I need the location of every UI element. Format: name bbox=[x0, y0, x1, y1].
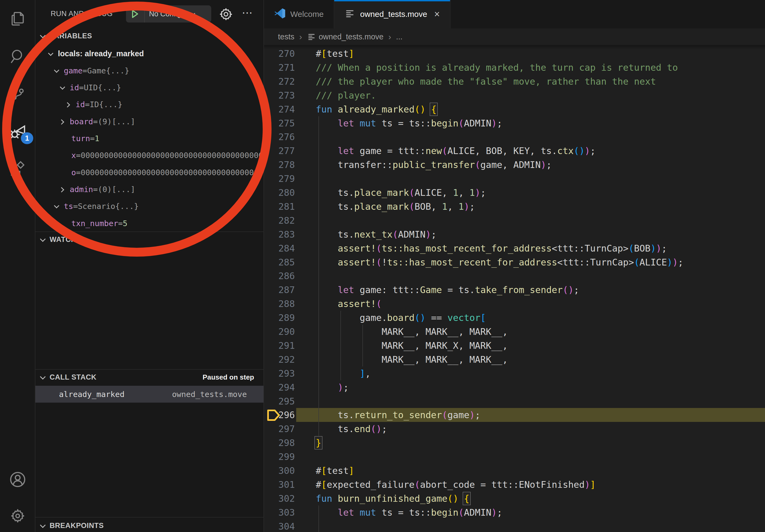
variable-row[interactable]: x = 000000000000000000000000000000000000… bbox=[35, 147, 264, 164]
line-number[interactable]: 300 bbox=[264, 464, 295, 478]
breakpoints-section-header[interactable]: BREAKPOINTS bbox=[35, 518, 264, 532]
line-number[interactable]: 301 bbox=[264, 478, 295, 492]
line-number[interactable]: 282 bbox=[264, 213, 295, 227]
variable-row[interactable]: board = (9)[...] bbox=[35, 113, 264, 130]
code-line-301[interactable]: 301#[expected_failure(abort_code = ttt::… bbox=[264, 478, 765, 492]
variable-row[interactable]: id = UID{...} bbox=[35, 79, 264, 96]
tab-owned-tests-move[interactable]: owned_tests.move× bbox=[334, 0, 450, 28]
debug-settings-gear-icon[interactable] bbox=[217, 6, 235, 23]
variable-row[interactable]: ts = Scenario{...} bbox=[35, 198, 264, 215]
line-number[interactable]: 278 bbox=[264, 158, 295, 172]
settings-icon[interactable] bbox=[0, 500, 35, 532]
breadcrumb-item[interactable]: owned_tests.move bbox=[319, 32, 383, 41]
variable-row[interactable]: admin = (0)[...] bbox=[35, 181, 264, 198]
variable-row[interactable]: txn_number = 5 bbox=[35, 215, 264, 232]
breadcrumb-item[interactable]: tests bbox=[278, 32, 294, 41]
line-number[interactable]: 304 bbox=[264, 519, 295, 532]
breadcrumb-item[interactable]: ... bbox=[396, 32, 402, 41]
code-line-281[interactable]: 281 ts.place_mark(BOB, 1, 1); bbox=[264, 199, 765, 213]
line-number[interactable]: 293 bbox=[264, 367, 295, 381]
code-line-300[interactable]: 300#[test] bbox=[264, 464, 765, 478]
code-line-299[interactable]: 299 bbox=[264, 450, 765, 464]
line-number[interactable]: 271 bbox=[264, 61, 295, 75]
line-number[interactable]: 296 bbox=[264, 408, 295, 422]
code-line-273[interactable]: 273/// player. bbox=[264, 89, 765, 102]
code-line-278[interactable]: 278 transfer::public_transfer(game, ADMI… bbox=[264, 158, 765, 172]
line-number[interactable]: 283 bbox=[264, 227, 295, 241]
launch-config-dropdown[interactable]: No Configur bbox=[126, 5, 211, 23]
code-line-290[interactable]: 290 MARK__, MARK__, MARK__, bbox=[264, 325, 765, 339]
line-number[interactable]: 298 bbox=[264, 436, 295, 450]
views-more-actions-icon[interactable]: ⋯ bbox=[238, 4, 257, 21]
line-number[interactable]: 287 bbox=[264, 283, 295, 297]
code-line-304[interactable]: 304 bbox=[264, 519, 765, 532]
code-line-271[interactable]: 271/// When a position is already marked… bbox=[264, 61, 765, 75]
watch-section-header[interactable]: WATCH bbox=[35, 232, 264, 247]
line-number[interactable]: 277 bbox=[264, 144, 295, 158]
explorer-icon[interactable] bbox=[0, 3, 35, 35]
line-number[interactable]: 284 bbox=[264, 241, 295, 255]
code-line-303[interactable]: 303 let mut ts = ts::begin(ADMIN); bbox=[264, 505, 765, 519]
code-line-287[interactable]: 287 let game: ttt::Game = ts.take_from_s… bbox=[264, 283, 765, 297]
call-stack-section-header[interactable]: CALL STACK Paused on step bbox=[35, 370, 264, 385]
line-number[interactable]: 292 bbox=[264, 353, 295, 367]
code-line-289[interactable]: 289 game.board() == vector[ bbox=[264, 311, 765, 325]
code-line-277[interactable]: 277 let game = ttt::new(ALICE, BOB, KEY,… bbox=[264, 144, 765, 158]
start-debug-icon[interactable] bbox=[126, 5, 145, 23]
call-stack-frame[interactable]: already_marked owned_tests.move bbox=[35, 386, 264, 402]
code-line-298[interactable]: 298} bbox=[264, 436, 765, 450]
line-number[interactable]: 288 bbox=[264, 297, 295, 311]
code-line-274[interactable]: 274fun already_marked() { bbox=[264, 102, 765, 116]
line-number[interactable]: 294 bbox=[264, 381, 295, 394]
code-line-270[interactable]: 270#[test] bbox=[264, 47, 765, 61]
line-number[interactable]: 276 bbox=[264, 130, 295, 144]
code-line-279[interactable]: 279 bbox=[264, 172, 765, 186]
code-line-280[interactable]: 280 ts.place_mark(ALICE, 1, 1); bbox=[264, 186, 765, 199]
variables-section-header[interactable]: VARIABLES bbox=[35, 28, 264, 43]
variable-row[interactable]: turn = 1 bbox=[35, 130, 264, 147]
accounts-icon[interactable] bbox=[0, 463, 35, 496]
variable-row[interactable]: id = ID{...} bbox=[35, 96, 264, 113]
code-line-276[interactable]: 276 bbox=[264, 130, 765, 144]
code-line-302[interactable]: 302fun burn_unfinished_game() { bbox=[264, 492, 765, 505]
code-line-282[interactable]: 282 bbox=[264, 213, 765, 227]
launch-config-label[interactable]: No Configur bbox=[149, 10, 188, 18]
line-number[interactable]: 297 bbox=[264, 422, 295, 436]
line-number[interactable]: 279 bbox=[264, 172, 295, 186]
line-number[interactable]: 273 bbox=[264, 89, 295, 102]
line-number[interactable]: 303 bbox=[264, 505, 295, 519]
line-number[interactable]: 272 bbox=[264, 75, 295, 89]
run-and-debug-icon[interactable]: 1 bbox=[0, 116, 35, 148]
code-line-294[interactable]: 294 ); bbox=[264, 381, 765, 394]
line-number[interactable]: 289 bbox=[264, 311, 295, 325]
code-line-288[interactable]: 288 assert!( bbox=[264, 297, 765, 311]
tab-welcome[interactable]: Welcome bbox=[264, 0, 334, 28]
code-line-285[interactable]: 285 assert!(!ts::has_most_recent_for_add… bbox=[264, 255, 765, 269]
extensions-icon[interactable] bbox=[0, 152, 35, 184]
code-line-297[interactable]: 297 ts.end(); bbox=[264, 422, 765, 436]
code-line-283[interactable]: 283 ts.next_tx(ADMIN); bbox=[264, 227, 765, 241]
line-number[interactable]: 275 bbox=[264, 116, 295, 130]
code-editor[interactable]: 270#[test]271/// When a position is alre… bbox=[264, 45, 765, 532]
line-number[interactable]: 290 bbox=[264, 325, 295, 339]
code-line-296[interactable]: 296 ts.return_to_sender(game); bbox=[264, 408, 765, 422]
code-line-286[interactable]: 286 bbox=[264, 269, 765, 283]
line-number[interactable]: 281 bbox=[264, 199, 295, 213]
close-icon[interactable]: × bbox=[434, 9, 440, 19]
line-number[interactable]: 286 bbox=[264, 269, 295, 283]
line-number[interactable]: 291 bbox=[264, 339, 295, 353]
line-number[interactable]: 299 bbox=[264, 450, 295, 464]
variable-row[interactable]: game = Game{...} bbox=[35, 62, 264, 79]
breadcrumb[interactable]: tests›owned_tests.move›... bbox=[264, 28, 765, 45]
variables-scope-row[interactable]: locals: already_marked bbox=[35, 45, 264, 62]
line-number[interactable]: 280 bbox=[264, 186, 295, 199]
search-icon[interactable] bbox=[0, 40, 35, 72]
source-control-icon[interactable] bbox=[0, 77, 35, 109]
code-line-295[interactable]: 295 bbox=[264, 394, 765, 408]
code-line-272[interactable]: 272/// the player who made the "false" m… bbox=[264, 75, 765, 89]
line-number[interactable]: 285 bbox=[264, 255, 295, 269]
line-number[interactable]: 270 bbox=[264, 47, 295, 61]
code-line-291[interactable]: 291 MARK__, MARK_X, MARK__, bbox=[264, 339, 765, 353]
code-line-292[interactable]: 292 MARK__, MARK__, MARK__, bbox=[264, 353, 765, 367]
variable-row[interactable]: o = 000000000000000000000000000000000000… bbox=[35, 164, 264, 181]
